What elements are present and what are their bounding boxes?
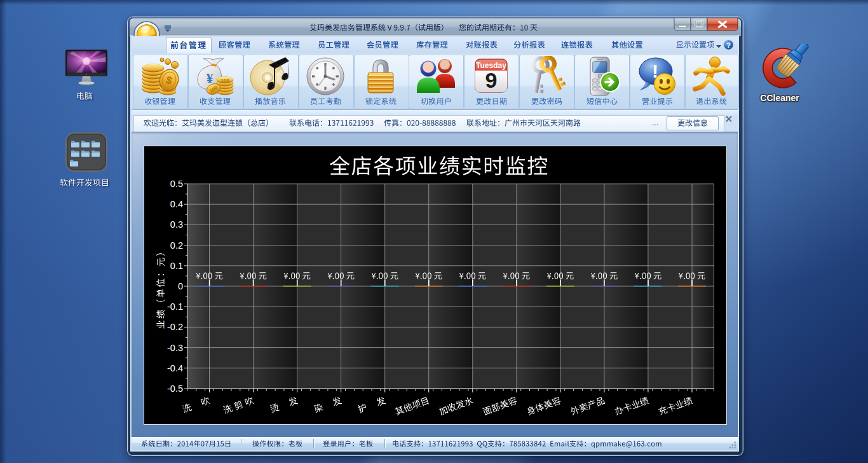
svg-text:¥: ¥ xyxy=(207,70,214,86)
svg-text:?: ? xyxy=(726,41,731,49)
svg-text:9: 9 xyxy=(485,68,497,92)
svg-text:100: 100 xyxy=(221,78,230,83)
